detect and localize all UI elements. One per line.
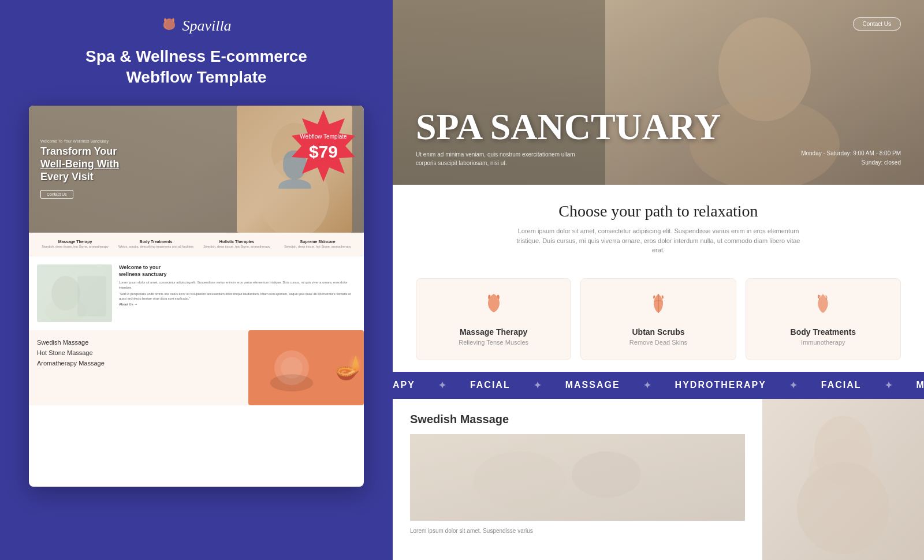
marquee-item-6: MA: [916, 380, 924, 391]
mini-massage-item-1: Swedish Massage: [37, 337, 240, 348]
svg-rect-21: [808, 439, 878, 531]
svg-point-11: [270, 374, 314, 391]
right-hero-info: Monday - Saturday: 9:00 AM - 8:00 PM Sun…: [801, 149, 901, 167]
logo-leaf-icon: [161, 17, 177, 35]
mini-about-image: [37, 264, 112, 322]
mini-service-holistic-name: Holistic Therapies: [199, 240, 275, 244]
svg-point-17: [572, 451, 641, 498]
mini-about-section: Welcome to your wellness sanctuary Lorem…: [29, 256, 364, 330]
marquee-item-2: FACIAL: [470, 380, 511, 391]
swedish-massage-title: Swedish Massage: [410, 413, 745, 426]
tagline: Spa & Wellness E-commerce Webflow Templa…: [85, 46, 307, 88]
marquee-item-3: MASSAGE: [565, 380, 620, 391]
service-card-body: Body Treatments Immunotherapy: [746, 278, 901, 360]
service-card-body-subtitle: Immunotherapy: [758, 339, 889, 346]
price-badge: Webflow Template $79: [283, 107, 364, 188]
mini-massage-list: Swedish Massage Hot Stone Massage Aromat…: [29, 330, 248, 405]
mini-about-link[interactable]: About Us →: [119, 303, 356, 306]
right-hero: SPA SANCTUARY Ut enim ad minima veniam, …: [393, 0, 924, 185]
marquee-dot-1: ✦: [438, 380, 447, 391]
marquee-dot-3: ✦: [643, 380, 652, 391]
service-card-massage: Massage Therapy Relieving Tense Muscles: [416, 278, 571, 360]
swedish-massage-description: Lorem ipsum dolor sit amet. Suspendisse …: [410, 527, 745, 535]
right-relaxation-section: Choose your path to relaxation Lorem ips…: [393, 185, 924, 278]
mini-service-holistic: Holistic Therapies Swedish, deep tissue,…: [196, 240, 277, 249]
mini-service-skincare-desc: Swedish, deep tissue, hot Stone, aromath…: [280, 245, 356, 249]
service-card-massage-subtitle: Relieving Tense Muscles: [428, 339, 559, 346]
service-card-ubtan: Ubtan Scrubs Remove Dead Skins: [580, 278, 736, 360]
ubtan-scrubs-icon: [593, 293, 724, 320]
right-hero-hours-1: Monday - Saturday: 9:00 AM - 8:00 PM: [801, 149, 901, 158]
svg-rect-8: [77, 276, 106, 316]
marquee-content: APY ✦ FACIAL ✦ MASSAGE ✦ HYDROTHERAPY ✦ …: [393, 380, 924, 391]
mini-about-title: Welcome to your wellness sanctuary: [119, 264, 356, 278]
tagline-line2: Webflow Template: [126, 68, 266, 86]
svg-text:Webflow Template: Webflow Template: [300, 133, 347, 140]
marquee-dot-2: ✦: [534, 380, 542, 391]
mini-service-massage-name: Massage Therapy: [37, 240, 113, 244]
mini-about-para2: "Sed ut perspiciatis unde omnis iste nat…: [119, 292, 356, 301]
right-hero-hours-2: Sunday: closed: [801, 158, 901, 167]
mini-service-holistic-desc: Swedish, deep tissue, hot Stone, aromath…: [199, 245, 275, 249]
mini-service-body-desc: Whips, scrubs, detoxifying treatments an…: [118, 245, 194, 249]
right-bottom-right-person: [762, 399, 924, 561]
logo-area: Spavilla: [161, 17, 231, 35]
mini-orange-promo-box: [248, 330, 364, 405]
mini-hero-subtitle: Welcome To Your Wellness Sanctuary: [40, 139, 120, 143]
right-panel: SPA SANCTUARY Ut enim ad minima veniam, …: [393, 0, 924, 560]
service-card-ubtan-subtitle: Remove Dead Skins: [593, 339, 724, 346]
mini-hero-content: Welcome To Your Wellness Sanctuary Trans…: [29, 128, 131, 210]
mini-bottom-section: Swedish Massage Hot Stone Massage Aromat…: [29, 330, 364, 405]
right-bottom-person-image: [762, 399, 924, 561]
service-card-body-title: Body Treatments: [758, 327, 889, 337]
marquee-item-5: FACIAL: [821, 380, 862, 391]
mini-massage-item-3: Aromatherapy Massage: [37, 358, 240, 368]
mini-service-skincare: Supreme Skincare Swedish, deep tissue, h…: [277, 240, 358, 249]
service-card-massage-title: Massage Therapy: [428, 327, 559, 337]
right-relaxation-title: Choose your path to relaxation: [416, 202, 901, 221]
service-card-ubtan-title: Ubtan Scrubs: [593, 327, 724, 337]
service-cards-row: Massage Therapy Relieving Tense Muscles …: [393, 278, 924, 360]
right-hero-description: Ut enim ad minima veniam, quis nostrum e…: [416, 150, 578, 167]
logo-text: Spavilla: [182, 17, 231, 35]
mini-about-text: Welcome to your wellness sanctuary Lorem…: [119, 264, 356, 322]
mini-contact-button[interactable]: Contact Us: [40, 190, 73, 199]
marquee-banner: APY ✦ FACIAL ✦ MASSAGE ✦ HYDROTHERAPY ✦ …: [393, 372, 924, 399]
mini-service-body-name: Body Treatments: [118, 240, 194, 244]
marquee-dot-4: ✦: [789, 380, 798, 391]
mini-service-massage: Massage Therapy Swedish, deep tissue, ho…: [35, 240, 116, 249]
left-panel: Spavilla Spa & Wellness E-commerce Webfl…: [0, 0, 393, 560]
tagline-line1: Spa & Wellness E-commerce: [85, 47, 307, 65]
mini-service-body: Body Treatments Whips, scrubs, detoxifyi…: [116, 240, 196, 249]
mini-about-para1: Lorem ipsum dolor sit amet, consectetur …: [119, 280, 356, 290]
svg-point-16: [474, 451, 566, 509]
right-contact-button[interactable]: Contact Us: [853, 17, 901, 31]
svg-text:$79: $79: [309, 142, 338, 161]
marquee-item-1: APY: [393, 380, 415, 391]
massage-therapy-icon: [428, 293, 559, 320]
mini-massage-item-2: Hot Stone Massage: [37, 348, 240, 358]
right-bottom-section: Swedish Massage Lorem ipsum dolor sit am…: [393, 399, 924, 561]
mini-service-skincare-name: Supreme Skincare: [280, 240, 356, 244]
mini-services-bar: Massage Therapy Swedish, deep tissue, ho…: [29, 233, 364, 256]
body-treatments-icon: [758, 293, 889, 320]
right-bottom-left: Swedish Massage Lorem ipsum dolor sit am…: [393, 399, 762, 561]
mini-service-massage-desc: Swedish, deep tissue, hot Stone, aromath…: [37, 245, 113, 249]
marquee-dot-5: ✦: [885, 380, 893, 391]
right-hero-title: SPA SANCTUARY: [416, 109, 721, 145]
right-hero-content: SPA SANCTUARY Ut enim ad minima veniam, …: [416, 109, 721, 167]
right-relaxation-description: Lorem ipsum dolor sit amet, consectetur …: [514, 226, 803, 255]
mini-hero-title: Transform Your Well-Being With Every Vis…: [40, 145, 120, 183]
swedish-massage-image: [410, 434, 745, 521]
marquee-item-4: HYDROTHERAPY: [675, 380, 766, 391]
